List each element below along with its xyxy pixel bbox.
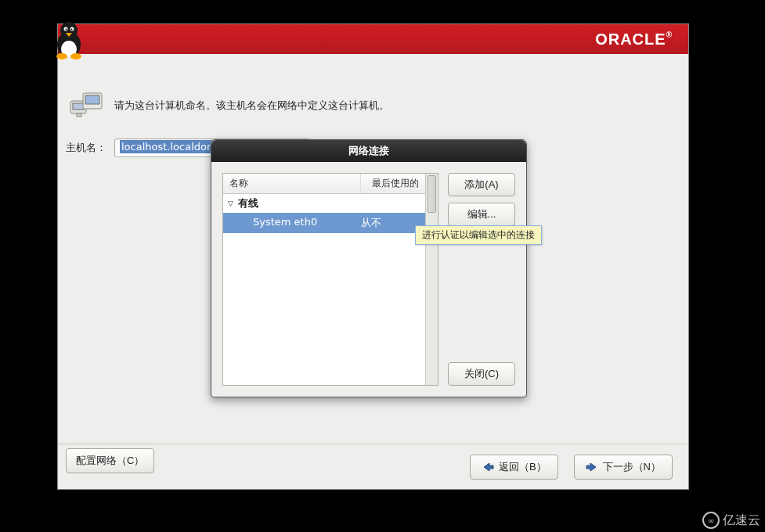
- tooltip: 进行认证以编辑选中的连接: [415, 225, 542, 245]
- oracle-logo: ORACLE®: [595, 31, 673, 49]
- svg-point-5: [66, 29, 67, 31]
- dialog-side-buttons: 添加(A) 编辑... 关闭(C): [448, 173, 515, 386]
- svg-point-8: [70, 53, 81, 59]
- watermark: ∞ 亿速云: [702, 512, 760, 529]
- edit-button[interactable]: 编辑...: [448, 203, 515, 226]
- arrow-right-icon: [586, 462, 598, 473]
- col-name[interactable]: 名称: [223, 174, 361, 193]
- svg-rect-10: [73, 103, 84, 110]
- group-wired[interactable]: ▽ 有线: [223, 194, 425, 213]
- back-button[interactable]: 返回（B）: [470, 455, 558, 480]
- arrow-left-icon: [482, 462, 494, 473]
- footer-bar: 返回（B） 下一步（N）: [58, 444, 688, 489]
- scroll-thumb[interactable]: [428, 175, 436, 213]
- list-header: 名称 最后使用的: [223, 174, 425, 194]
- header-bar: ORACLE®: [58, 24, 688, 54]
- svg-rect-12: [85, 95, 99, 104]
- svg-point-7: [56, 53, 67, 59]
- watermark-icon: ∞: [702, 512, 720, 529]
- connections-list[interactable]: 名称 最后使用的 ▽ 有线 System eth0 从不: [222, 173, 438, 386]
- instruction-row: 请为这台计算机命名。该主机名会在网络中定义这台计算机。: [69, 92, 688, 120]
- next-button[interactable]: 下一步（N）: [574, 455, 673, 480]
- svg-point-6: [71, 29, 73, 31]
- network-connections-dialog: 网络连接 名称 最后使用的 ▽ 有线 System eth0 从不: [211, 139, 527, 397]
- tux-icon: [50, 18, 88, 60]
- network-host-icon: [69, 92, 105, 120]
- chevron-down-icon: ▽: [228, 200, 233, 207]
- col-last[interactable]: 最后使用的: [361, 174, 425, 193]
- hostname-label: 主机名：: [66, 141, 106, 155]
- svg-rect-13: [77, 113, 81, 117]
- dialog-title: 网络连接: [211, 140, 526, 162]
- instruction-text: 请为这台计算机命名。该主机名会在网络中定义这台计算机。: [114, 99, 389, 113]
- close-button[interactable]: 关闭(C): [448, 362, 515, 386]
- add-button[interactable]: 添加(A): [448, 173, 515, 196]
- scrollbar[interactable]: [425, 174, 438, 385]
- list-item[interactable]: System eth0 从不: [223, 213, 425, 233]
